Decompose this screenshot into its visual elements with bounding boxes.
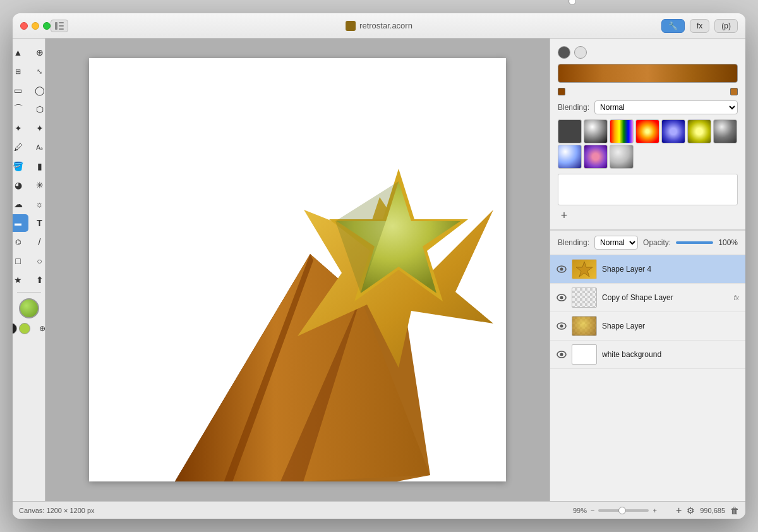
minimize-button[interactable] — [32, 22, 39, 30]
right-stop[interactable] — [730, 88, 738, 95]
rect-outline-tool[interactable]: □ — [13, 252, 28, 270]
pen-tool[interactable]: 🖊 — [13, 138, 28, 156]
tool-row-6: 🖊 Aₐ — [13, 138, 50, 156]
tool-row-2: ⊞ ⤡ — [13, 63, 50, 80]
preset-4[interactable] — [635, 119, 659, 143]
traffic-lights — [20, 22, 51, 30]
window-title: retrostar.acorn — [359, 21, 412, 30]
left-stop[interactable] — [558, 88, 565, 95]
titlebar-center: retrostar.acorn — [346, 21, 412, 31]
layer-item-copy-shape[interactable]: Copy of Shape Layer fx — [550, 284, 745, 312]
toolbar-separator — [17, 292, 41, 293]
trash-btn[interactable]: 🗑 — [730, 505, 739, 516]
gear-btn[interactable]: ⚙ — [687, 505, 695, 516]
smudge-tool[interactable]: ◕ — [13, 176, 28, 194]
opacity-value: 100% — [718, 238, 738, 247]
color-mode-row — [558, 46, 738, 59]
cloud-tool[interactable]: ☁ — [13, 195, 28, 213]
opacity-label: Opacity: — [643, 238, 671, 247]
opacity-slider[interactable] — [676, 241, 713, 244]
tool-row-7: 🪣 ▮ — [13, 157, 50, 175]
eye-icon-white-bg[interactable] — [556, 351, 567, 358]
preset-2[interactable] — [584, 119, 608, 143]
arrow-tool[interactable]: ▲ — [13, 44, 28, 61]
bezier-tool[interactable]: ⌬ — [13, 233, 28, 251]
zoom-thumb[interactable] — [618, 507, 626, 514]
solid-color-btn[interactable] — [558, 46, 570, 59]
layer-thumb-shape — [572, 316, 597, 336]
rect-select-tool[interactable]: ▭ — [13, 82, 28, 99]
zoom-out-btn[interactable]: − — [591, 507, 594, 514]
fx-button[interactable]: fx — [690, 19, 709, 33]
background-color[interactable] — [19, 323, 30, 334]
paint-bucket-tool[interactable]: 🪣 — [13, 157, 28, 175]
preset-8[interactable] — [558, 145, 582, 169]
rect-shape-tool[interactable]: ▬ — [13, 214, 28, 232]
gradient-stops — [558, 88, 738, 95]
eye-icon-copy-shape[interactable] — [556, 294, 567, 301]
tools-button[interactable]: 🔧 — [661, 19, 685, 33]
bottom-bar: Canvas: 1200 × 1200 px 99% − + + ⚙ 990,6… — [13, 501, 745, 519]
preset-7[interactable] — [713, 119, 737, 143]
svg-rect-1 — [59, 22, 64, 23]
blending-label: Blending: — [558, 103, 589, 112]
zoom-in-btn[interactable]: + — [653, 507, 656, 514]
star-tool[interactable]: ★ — [13, 271, 28, 289]
layer-name-white-bg: white background — [602, 350, 739, 359]
color-well[interactable] — [19, 298, 39, 318]
canvas-wrapper — [89, 58, 506, 481]
layer-item-shape4[interactable]: Shape Layer 4 — [550, 255, 745, 284]
svg-rect-3 — [59, 28, 64, 30]
tool-row-13: ★ ⬆ — [13, 271, 50, 289]
layer-item-shape[interactable]: Shape Layer — [550, 312, 745, 341]
right-panel: Blending: Normal — [550, 39, 745, 501]
layer-item-white-bg[interactable]: white background — [550, 341, 745, 369]
blending-select[interactable]: Normal — [594, 100, 738, 114]
eye-icon-shape[interactable] — [556, 322, 567, 330]
preset-5[interactable] — [661, 119, 685, 143]
layer-name-shape4: Shape Layer 4 — [602, 265, 739, 274]
fx-badge-copy-shape: fx — [733, 294, 739, 301]
presets-grid — [558, 119, 738, 169]
add-layer-btn[interactable]: + — [676, 505, 682, 516]
main-content: ▲ ⊕ ⊞ ⤡ ▭ ◯ ⌒ ⬡ ✦ ✦ 🖊 Aₐ — [13, 39, 745, 501]
close-button[interactable] — [20, 22, 28, 30]
preset-1[interactable] — [558, 119, 582, 143]
preset-6[interactable] — [687, 119, 711, 143]
layer-name-copy-shape: Copy of Shape Layer — [602, 293, 728, 302]
zoom-slider[interactable] — [598, 509, 649, 512]
gradient-color-btn[interactable] — [574, 46, 587, 59]
gradient-bar[interactable] — [558, 64, 738, 83]
zoom-controls: 99% − + — [573, 507, 657, 514]
foreground-color[interactable] — [13, 323, 17, 334]
layer-thumb-white-bg — [572, 344, 597, 365]
add-gradient-btn[interactable]: + — [558, 209, 570, 222]
sidebar-toggle[interactable] — [51, 20, 68, 32]
left-toolbar: ▲ ⊕ ⊞ ⤡ ▭ ◯ ⌒ ⬡ ✦ ✦ 🖊 Aₐ — [13, 39, 45, 501]
canvas-info: Canvas: 1200 × 1200 px — [19, 507, 95, 514]
preset-3[interactable] — [610, 119, 634, 143]
magic-wand-tool[interactable]: ✦ — [13, 119, 28, 137]
tool-row-8: ◕ ✳ — [13, 176, 50, 194]
tool-row-3: ▭ ◯ — [13, 82, 50, 99]
preset-10[interactable] — [610, 145, 634, 169]
tool-row-10: ▬ T — [13, 214, 50, 232]
eye-icon-shape4[interactable] — [556, 265, 567, 273]
titlebar: retrostar.acorn 🔧 fx (p) — [13, 13, 745, 39]
crop-tool[interactable]: ⊞ — [13, 63, 28, 80]
tool-row-5: ✦ ✦ — [13, 119, 50, 137]
gradient-panel: Blending: Normal — [550, 39, 745, 230]
svg-rect-2 — [59, 25, 64, 27]
lasso-tool[interactable]: ⌒ — [13, 100, 28, 118]
p-button[interactable]: (p) — [714, 19, 738, 33]
tool-row-12: □ ○ — [13, 252, 50, 270]
canvas-container[interactable] — [45, 39, 550, 501]
layer-blending-label: Blending: — [558, 238, 589, 247]
preset-9[interactable] — [584, 145, 608, 169]
coordinates: 990,685 — [700, 507, 725, 514]
maximize-button[interactable] — [43, 22, 51, 30]
canvas-art — [89, 58, 506, 481]
layer-blending-select[interactable]: Normal — [594, 236, 638, 250]
titlebar-buttons: 🔧 fx (p) — [661, 19, 738, 33]
layer-controls: Blending: Normal Opacity: 100% — [550, 230, 745, 255]
